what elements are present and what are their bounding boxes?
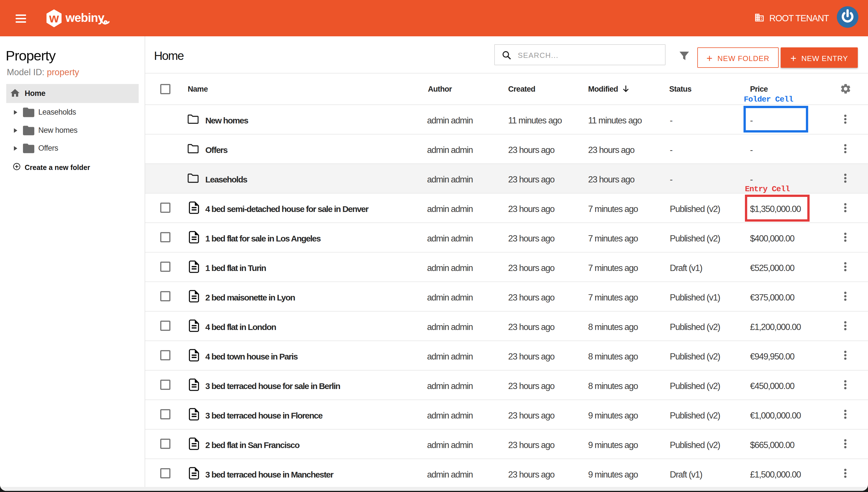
- svg-text:w: w: [49, 11, 59, 25]
